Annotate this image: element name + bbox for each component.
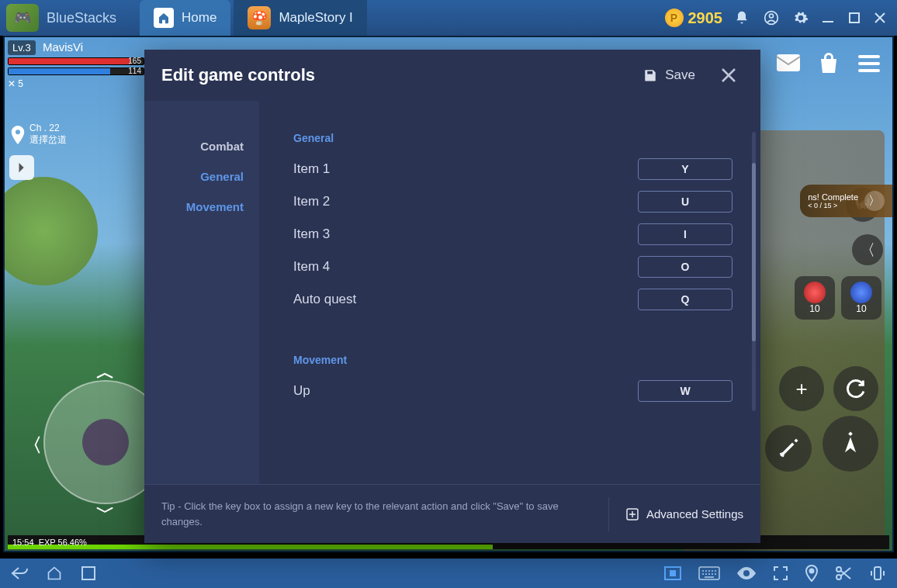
close-window-icon[interactable] (874, 12, 886, 24)
divider (608, 497, 609, 531)
save-button[interactable]: Save (643, 67, 695, 83)
svg-point-1 (770, 14, 774, 18)
svg-point-13 (836, 575, 841, 579)
minimize-icon[interactable] (823, 12, 835, 24)
modal-header: Edit game controls Save (144, 50, 760, 101)
title-bar: BlueStacks Home 🍄 MapleStory I P 2905 (0, 0, 897, 36)
control-label: Item 3 (293, 227, 330, 242)
attack-button[interactable] (765, 425, 812, 472)
key-input[interactable]: O (638, 256, 732, 278)
key-input[interactable]: Q (638, 289, 732, 310)
category-general[interactable]: General (200, 170, 244, 183)
svg-rect-3 (850, 13, 859, 22)
svg-point-12 (836, 567, 841, 572)
save-icon (643, 68, 657, 82)
collapse-right-button[interactable]: 〈 (852, 234, 883, 265)
tab-home[interactable]: Home (140, 0, 230, 36)
close-button[interactable] (714, 64, 743, 87)
player-level: Lv.3 (8, 40, 36, 55)
back-icon[interactable] (11, 566, 28, 580)
location-text: 選擇岔道 (29, 133, 67, 147)
control-label: Item 2 (293, 194, 330, 209)
mp-potion-icon (850, 282, 872, 303)
chevron-right-icon (16, 162, 27, 173)
svg-rect-4 (777, 54, 800, 71)
key-input[interactable]: Y (638, 158, 732, 180)
maximize-icon[interactable] (849, 12, 860, 23)
menu-icon[interactable] (855, 50, 883, 78)
control-row: Item 4 O (293, 256, 732, 278)
bluestacks-logo-icon (6, 4, 39, 32)
coin-icon: P (665, 9, 684, 27)
svg-rect-7 (858, 69, 880, 72)
item-slot-2[interactable]: 10 (841, 276, 881, 320)
system-bar (0, 559, 897, 588)
svg-rect-5 (858, 55, 880, 58)
quest-text: ns! Complete (808, 192, 858, 202)
dpad-down-icon[interactable]: ﹀ (96, 500, 115, 524)
channel-text: Ch . 22 (29, 123, 67, 133)
settings-icon[interactable] (793, 10, 809, 26)
modal-footer: Tip - Click the key box to assign a new … (144, 484, 760, 543)
control-row: Item 2 U (293, 191, 732, 213)
category-movement[interactable]: Movement (186, 200, 244, 213)
notifications-icon[interactable] (734, 10, 750, 26)
tab-game-label: MapleStory I (279, 10, 352, 26)
visibility-icon[interactable] (737, 567, 756, 579)
key-input[interactable]: U (638, 191, 732, 213)
coin-value: 2905 (688, 9, 723, 27)
bag-icon[interactable] (815, 50, 843, 78)
svg-rect-2 (823, 21, 833, 22)
tab-home-label: Home (182, 10, 216, 26)
exp-text: EXP 56.46% (39, 538, 87, 547)
dpad-up-icon[interactable]: ︿ (96, 360, 115, 385)
cycle-button[interactable] (833, 366, 878, 411)
dpad-left-icon[interactable]: 〈 (23, 433, 42, 458)
chevron-right-icon: 〉 (864, 191, 885, 211)
close-icon (720, 67, 737, 84)
player-name: MavisVi (43, 40, 83, 54)
toggle-lock-icon[interactable] (664, 566, 681, 580)
svg-rect-6 (858, 62, 880, 65)
quest-progress: < 0 / 15 > (808, 202, 858, 209)
save-label: Save (665, 67, 695, 83)
clock-text: 15:54 (12, 538, 34, 547)
location-display[interactable]: Ch . 22 選擇岔道 (11, 123, 67, 147)
advanced-settings-button[interactable]: Advanced Settings (626, 507, 743, 521)
recents-icon[interactable] (81, 566, 96, 581)
section-heading-general: General (293, 132, 732, 144)
coin-balance[interactable]: P 2905 (665, 9, 723, 27)
keyboard-icon[interactable] (698, 566, 720, 580)
player-info-panel: Lv.3 MavisVi 165 114 ✕ 5 (8, 40, 144, 89)
edit-controls-modal: Edit game controls Save Combat General M… (144, 50, 760, 543)
mail-icon[interactable] (774, 50, 802, 78)
jump-button[interactable] (823, 416, 878, 472)
scissors-icon[interactable] (835, 566, 852, 581)
key-input[interactable]: I (638, 223, 732, 245)
item-slot-1[interactable]: 10 (795, 276, 835, 320)
section-heading-movement: Movement (293, 354, 732, 366)
shake-icon[interactable] (869, 565, 886, 582)
lives-count: ✕ 5 (8, 78, 144, 89)
fullscreen-icon[interactable] (773, 566, 788, 581)
tip-text: Tip - Click the key box to assign a new … (161, 499, 591, 529)
advanced-settings-label: Advanced Settings (646, 507, 743, 521)
scrollbar-thumb[interactable] (752, 163, 756, 341)
category-combat[interactable]: Combat (200, 140, 244, 153)
key-input[interactable]: W (638, 380, 732, 402)
expand-button[interactable] (9, 155, 34, 180)
hp-bar: 165 (8, 57, 144, 65)
control-label: Item 1 (293, 161, 330, 177)
location-toggle-icon[interactable] (805, 565, 818, 582)
home-nav-icon[interactable] (47, 566, 62, 581)
account-icon[interactable] (764, 10, 779, 26)
mp-bar: 114 (8, 67, 144, 75)
dpad-stick[interactable] (82, 419, 129, 465)
controls-list[interactable]: General Item 1 Y Item 2 U Item 3 I Item … (259, 101, 760, 484)
control-label: Auto quest (293, 292, 356, 307)
control-label: Item 4 (293, 259, 330, 275)
tab-game[interactable]: 🍄 MapleStory I (234, 0, 366, 36)
quest-banner[interactable]: ns! Complete < 0 / 15 > 〉 (800, 185, 892, 217)
plus-button[interactable]: + (779, 366, 824, 411)
control-row: Item 1 Y (293, 158, 732, 180)
